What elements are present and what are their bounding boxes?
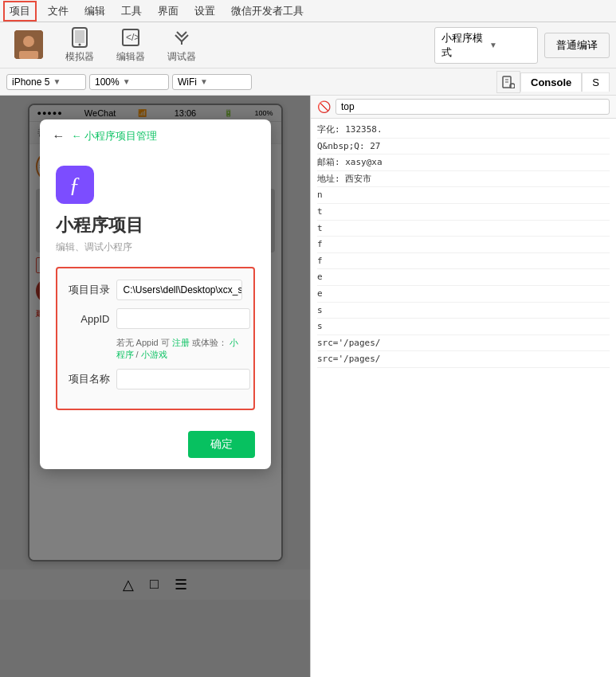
- console-tab[interactable]: Console: [520, 72, 582, 92]
- appid-hint: 若无 Appid 可 注册 或体验： 小程序 / 小游戏: [116, 337, 242, 361]
- console-line: Q&nbsp;Q: 27: [317, 139, 610, 155]
- console-line: e: [317, 286, 610, 303]
- avatar-image: [14, 30, 43, 59]
- toolbar: 模拟器 </> 编辑器 调试器 小程序模式 ▼ 普通编译: [0, 22, 616, 68]
- network-chevron-icon: ▼: [200, 77, 208, 86]
- miniprogram-dialog: ← ← 小程序项目管理 ƒ 小程序项目 编辑、调试小程序: [40, 119, 271, 469]
- debugger-icon: [171, 26, 193, 49]
- menu-bar: 项目 文件 编辑 工具 界面 设置 微信开发者工具: [0, 0, 616, 22]
- back-arrow-icon: ←: [53, 129, 65, 143]
- console-line: f: [317, 253, 610, 270]
- svg-point-5: [79, 44, 81, 46]
- form-row-dir: 项目目录 ▼: [69, 280, 242, 300]
- menu-item-interface[interactable]: 界面: [153, 2, 183, 20]
- register-link[interactable]: 注册: [172, 338, 190, 347]
- phone-frame: ●●●●● WeChat 📶 13:06 🔋 100% 善源网络·专业网站策划 …: [28, 104, 283, 562]
- mode-select-value: 小程序模式: [441, 31, 483, 60]
- device-bar: iPhone 5 ▼ 100% ▼ WiFi ▼ Console S: [0, 68, 616, 96]
- dir-input[interactable]: [117, 280, 242, 299]
- phone-content: 善源网络·专业网站策划 ▸ 善源 LOGO: [29, 122, 281, 560]
- avatar-button[interactable]: [6, 26, 51, 65]
- dir-label: 项目目录: [69, 283, 110, 297]
- name-input[interactable]: [116, 369, 250, 389]
- phone-simulator: ●●●●● WeChat 📶 13:06 🔋 100% 善源网络·专业网站策划 …: [0, 96, 311, 677]
- minigame-link[interactable]: 小游戏: [141, 350, 167, 359]
- dialog-title: 小程序项目: [56, 213, 255, 237]
- confirm-button[interactable]: 确定: [188, 431, 255, 458]
- network-value: WiFi: [178, 76, 197, 88]
- dir-input-wrap: ▼: [116, 280, 242, 300]
- editor-button[interactable]: </> 编辑器: [108, 26, 153, 65]
- console-line: src='/pages/: [317, 351, 610, 368]
- form-row-appid: AppID: [69, 308, 242, 329]
- simulator-icon: [69, 26, 91, 49]
- console-line: n: [317, 187, 610, 204]
- console-line: src='/pages/: [317, 335, 610, 352]
- console-line: 邮箱: xasy@xa: [317, 155, 610, 171]
- console-search: [335, 99, 610, 115]
- confirm-btn-area: 确定: [40, 423, 271, 469]
- mp-icon-symbol: ƒ: [69, 172, 80, 198]
- menu-item-devtools[interactable]: 微信开发者工具: [226, 2, 308, 20]
- zoom-chevron-icon: ▼: [123, 77, 131, 86]
- console-line: 地址: 西安市: [317, 171, 610, 188]
- console-toolbar: 🚫: [311, 96, 616, 119]
- sources-tab[interactable]: S: [582, 72, 610, 92]
- console-line: f: [317, 237, 610, 253]
- device-name: iPhone 5: [12, 76, 49, 88]
- inspect-icon[interactable]: [496, 71, 520, 93]
- editor-icon: </>: [120, 26, 142, 49]
- dropdown-icon: ▼: [489, 41, 531, 49]
- name-label: 项目名称: [69, 372, 110, 386]
- console-line: s: [317, 303, 610, 319]
- dialog-subtitle: 编辑、调试小程序: [56, 241, 255, 254]
- svg-rect-2: [19, 51, 38, 59]
- console-line: t: [317, 204, 610, 221]
- device-chevron-icon: ▼: [53, 77, 61, 86]
- zoom-select[interactable]: 100% ▼: [89, 74, 169, 90]
- simulator-label: 模拟器: [65, 50, 94, 64]
- console-content: 字化: 132358. Q&nbsp;Q: 27 邮箱: xasy@xa 地址:…: [311, 119, 616, 677]
- dialog-body: ƒ 小程序项目 编辑、调试小程序 项目目录: [40, 153, 271, 423]
- menu-item-settings[interactable]: 设置: [190, 2, 220, 20]
- miniprogram-overlay: ← ← 小程序项目管理 ƒ 小程序项目 编辑、调试小程序: [28, 104, 283, 562]
- debugger-label: 调试器: [167, 50, 196, 64]
- console-panel: 🚫 字化: 132358. Q&nbsp;Q: 27 邮箱: xasy@xa 地…: [311, 96, 616, 677]
- menu-item-file[interactable]: 文件: [43, 2, 73, 20]
- console-line: e: [317, 269, 610, 286]
- dialog-header-text: ← 小程序项目管理: [72, 129, 158, 143]
- svg-point-1: [23, 36, 34, 47]
- console-search-input[interactable]: [341, 101, 604, 112]
- console-filter-icon[interactable]: 🚫: [317, 100, 331, 113]
- console-line: t: [317, 221, 610, 237]
- form-row-name: 项目名称: [69, 369, 242, 389]
- device-select[interactable]: iPhone 5 ▼: [6, 74, 86, 90]
- mp-icon: ƒ: [56, 166, 94, 204]
- network-select[interactable]: WiFi ▼: [172, 74, 252, 90]
- main-area: ●●●●● WeChat 📶 13:06 🔋 100% 善源网络·专业网站策划 …: [0, 96, 616, 677]
- console-line: s: [317, 319, 610, 335]
- mode-select[interactable]: 小程序模式 ▼: [434, 27, 538, 64]
- console-line: 字化: 132358.: [317, 122, 610, 139]
- tabs-area: Console S: [496, 71, 610, 93]
- menu-item-project[interactable]: 项目: [3, 1, 37, 22]
- svg-rect-4: [75, 30, 84, 43]
- dialog-header[interactable]: ← ← 小程序项目管理: [40, 119, 271, 153]
- menu-item-edit[interactable]: 编辑: [80, 2, 110, 20]
- simulator-button[interactable]: 模拟器: [57, 26, 102, 65]
- translate-button[interactable]: 普通编译: [544, 33, 610, 58]
- zoom-value: 100%: [95, 76, 120, 88]
- form-area: 项目目录 ▼ AppID: [56, 267, 255, 410]
- appid-label: AppID: [69, 313, 110, 325]
- appid-input[interactable]: [116, 308, 250, 329]
- svg-text:</>: </>: [126, 32, 139, 43]
- debugger-button[interactable]: 调试器: [159, 26, 204, 65]
- editor-label: 编辑器: [116, 50, 145, 64]
- menu-item-tools[interactable]: 工具: [116, 2, 147, 20]
